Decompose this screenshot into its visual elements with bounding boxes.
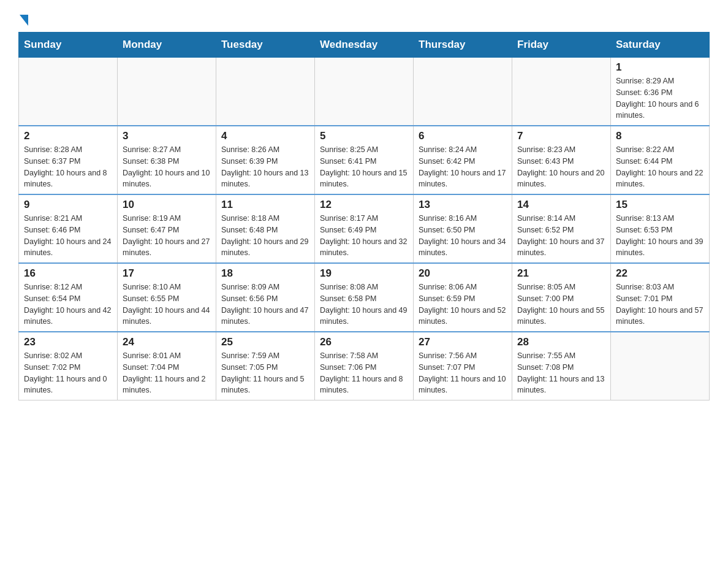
- calendar-cell: 1Sunrise: 8:29 AM Sunset: 6:36 PM Daylig…: [611, 58, 710, 126]
- day-info: Sunrise: 8:02 AM Sunset: 7:02 PM Dayligh…: [24, 350, 112, 396]
- day-info: Sunrise: 7:56 AM Sunset: 7:07 PM Dayligh…: [419, 350, 507, 396]
- header-monday: Monday: [118, 33, 216, 58]
- calendar-cell: 12Sunrise: 8:17 AM Sunset: 6:49 PM Dayli…: [315, 194, 414, 263]
- day-number: 24: [123, 336, 211, 348]
- days-of-week-row: SundayMondayTuesdayWednesdayThursdayFrid…: [19, 33, 710, 58]
- header-wednesday: Wednesday: [315, 33, 414, 58]
- week-row-2: 2Sunrise: 8:28 AM Sunset: 6:37 PM Daylig…: [19, 126, 710, 194]
- day-info: Sunrise: 7:58 AM Sunset: 7:06 PM Dayligh…: [320, 350, 408, 396]
- day-number: 5: [320, 130, 408, 142]
- day-number: 18: [221, 267, 309, 280]
- day-info: Sunrise: 8:23 AM Sunset: 6:43 PM Dayligh…: [517, 144, 605, 190]
- day-info: Sunrise: 8:27 AM Sunset: 6:38 PM Dayligh…: [123, 144, 211, 190]
- page-header: [18, 12, 710, 26]
- logo: [18, 12, 28, 26]
- day-number: 8: [616, 130, 704, 142]
- day-info: Sunrise: 8:24 AM Sunset: 6:42 PM Dayligh…: [419, 144, 507, 190]
- day-info: Sunrise: 8:29 AM Sunset: 6:36 PM Dayligh…: [616, 75, 704, 121]
- calendar-cell: 20Sunrise: 8:06 AM Sunset: 6:59 PM Dayli…: [414, 263, 512, 332]
- calendar-cell: 17Sunrise: 8:10 AM Sunset: 6:55 PM Dayli…: [118, 263, 216, 332]
- calendar-cell: 19Sunrise: 8:08 AM Sunset: 6:58 PM Dayli…: [315, 263, 414, 332]
- day-number: 26: [320, 336, 408, 348]
- calendar-cell: [414, 58, 512, 126]
- calendar-body: 1Sunrise: 8:29 AM Sunset: 6:36 PM Daylig…: [19, 58, 710, 400]
- week-row-4: 16Sunrise: 8:12 AM Sunset: 6:54 PM Dayli…: [19, 263, 710, 332]
- calendar-cell: 7Sunrise: 8:23 AM Sunset: 6:43 PM Daylig…: [512, 126, 611, 194]
- calendar-cell: 16Sunrise: 8:12 AM Sunset: 6:54 PM Dayli…: [19, 263, 118, 332]
- calendar-cell: 28Sunrise: 7:55 AM Sunset: 7:08 PM Dayli…: [512, 332, 611, 400]
- day-number: 16: [24, 267, 112, 280]
- calendar-cell: 4Sunrise: 8:26 AM Sunset: 6:39 PM Daylig…: [216, 126, 315, 194]
- calendar-header: SundayMondayTuesdayWednesdayThursdayFrid…: [19, 33, 710, 58]
- calendar-cell: [512, 58, 611, 126]
- calendar-cell: [315, 58, 414, 126]
- day-info: Sunrise: 8:16 AM Sunset: 6:50 PM Dayligh…: [419, 213, 507, 259]
- day-info: Sunrise: 7:55 AM Sunset: 7:08 PM Dayligh…: [517, 350, 605, 396]
- calendar-cell: 6Sunrise: 8:24 AM Sunset: 6:42 PM Daylig…: [414, 126, 512, 194]
- day-number: 19: [320, 267, 408, 280]
- calendar-cell: 13Sunrise: 8:16 AM Sunset: 6:50 PM Dayli…: [414, 194, 512, 263]
- calendar-cell: [216, 58, 315, 126]
- day-info: Sunrise: 8:01 AM Sunset: 7:04 PM Dayligh…: [123, 350, 211, 396]
- day-info: Sunrise: 8:14 AM Sunset: 6:52 PM Dayligh…: [517, 213, 605, 259]
- day-info: Sunrise: 8:10 AM Sunset: 6:55 PM Dayligh…: [123, 282, 211, 327]
- day-number: 2: [24, 130, 112, 142]
- day-info: Sunrise: 8:12 AM Sunset: 6:54 PM Dayligh…: [24, 282, 112, 327]
- calendar-cell: 2Sunrise: 8:28 AM Sunset: 6:37 PM Daylig…: [19, 126, 118, 194]
- calendar-cell: 23Sunrise: 8:02 AM Sunset: 7:02 PM Dayli…: [19, 332, 118, 400]
- header-sunday: Sunday: [19, 33, 118, 58]
- day-number: 13: [419, 199, 507, 211]
- day-info: Sunrise: 8:21 AM Sunset: 6:46 PM Dayligh…: [24, 213, 112, 259]
- header-tuesday: Tuesday: [216, 33, 315, 58]
- calendar-cell: 15Sunrise: 8:13 AM Sunset: 6:53 PM Dayli…: [611, 194, 710, 263]
- calendar-cell: 24Sunrise: 8:01 AM Sunset: 7:04 PM Dayli…: [118, 332, 216, 400]
- calendar-cell: 18Sunrise: 8:09 AM Sunset: 6:56 PM Dayli…: [216, 263, 315, 332]
- day-info: Sunrise: 8:22 AM Sunset: 6:44 PM Dayligh…: [616, 144, 704, 190]
- day-number: 17: [123, 267, 211, 280]
- calendar-cell: 21Sunrise: 8:05 AM Sunset: 7:00 PM Dayli…: [512, 263, 611, 332]
- calendar-table: SundayMondayTuesdayWednesdayThursdayFrid…: [18, 32, 710, 400]
- calendar-cell: 27Sunrise: 7:56 AM Sunset: 7:07 PM Dayli…: [414, 332, 512, 400]
- day-number: 21: [517, 267, 605, 280]
- calendar-cell: 26Sunrise: 7:58 AM Sunset: 7:06 PM Dayli…: [315, 332, 414, 400]
- header-friday: Friday: [512, 33, 611, 58]
- day-info: Sunrise: 8:25 AM Sunset: 6:41 PM Dayligh…: [320, 144, 408, 190]
- day-number: 25: [221, 336, 309, 348]
- day-info: Sunrise: 8:06 AM Sunset: 6:59 PM Dayligh…: [419, 282, 507, 327]
- day-info: Sunrise: 8:18 AM Sunset: 6:48 PM Dayligh…: [221, 213, 309, 259]
- calendar-cell: 5Sunrise: 8:25 AM Sunset: 6:41 PM Daylig…: [315, 126, 414, 194]
- header-thursday: Thursday: [414, 33, 512, 58]
- day-number: 12: [320, 199, 408, 211]
- day-number: 15: [616, 199, 704, 211]
- day-info: Sunrise: 8:09 AM Sunset: 6:56 PM Dayligh…: [221, 282, 309, 327]
- calendar-cell: 14Sunrise: 8:14 AM Sunset: 6:52 PM Dayli…: [512, 194, 611, 263]
- calendar-cell: [118, 58, 216, 126]
- day-info: Sunrise: 8:19 AM Sunset: 6:47 PM Dayligh…: [123, 213, 211, 259]
- day-info: Sunrise: 8:08 AM Sunset: 6:58 PM Dayligh…: [320, 282, 408, 327]
- calendar-cell: 11Sunrise: 8:18 AM Sunset: 6:48 PM Dayli…: [216, 194, 315, 263]
- day-info: Sunrise: 8:26 AM Sunset: 6:39 PM Dayligh…: [221, 144, 309, 190]
- day-number: 11: [221, 199, 309, 211]
- day-info: Sunrise: 8:28 AM Sunset: 6:37 PM Dayligh…: [24, 144, 112, 190]
- day-number: 10: [123, 199, 211, 211]
- day-info: Sunrise: 8:03 AM Sunset: 7:01 PM Dayligh…: [616, 282, 704, 327]
- day-number: 9: [24, 199, 112, 211]
- day-number: 28: [517, 336, 605, 348]
- day-number: 7: [517, 130, 605, 142]
- logo-arrow-icon: [20, 15, 28, 26]
- day-info: Sunrise: 7:59 AM Sunset: 7:05 PM Dayligh…: [221, 350, 309, 396]
- calendar-cell: 8Sunrise: 8:22 AM Sunset: 6:44 PM Daylig…: [611, 126, 710, 194]
- day-info: Sunrise: 8:05 AM Sunset: 7:00 PM Dayligh…: [517, 282, 605, 327]
- day-number: 6: [419, 130, 507, 142]
- day-number: 20: [419, 267, 507, 280]
- day-number: 3: [123, 130, 211, 142]
- calendar-cell: 25Sunrise: 7:59 AM Sunset: 7:05 PM Dayli…: [216, 332, 315, 400]
- day-number: 1: [616, 61, 704, 74]
- calendar-cell: 10Sunrise: 8:19 AM Sunset: 6:47 PM Dayli…: [118, 194, 216, 263]
- calendar-cell: [19, 58, 118, 126]
- calendar-cell: [611, 332, 710, 400]
- calendar-cell: 9Sunrise: 8:21 AM Sunset: 6:46 PM Daylig…: [19, 194, 118, 263]
- day-info: Sunrise: 8:17 AM Sunset: 6:49 PM Dayligh…: [320, 213, 408, 259]
- day-number: 22: [616, 267, 704, 280]
- day-number: 14: [517, 199, 605, 211]
